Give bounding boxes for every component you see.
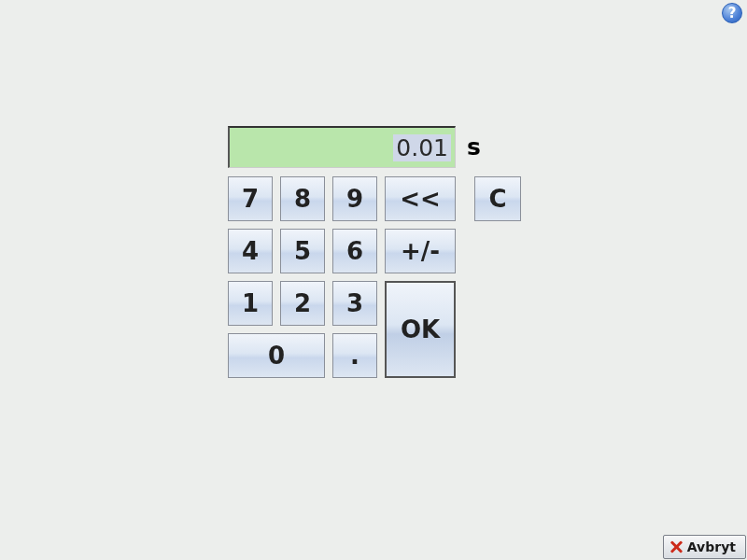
key-6[interactable]: 6	[332, 229, 377, 273]
display-field[interactable]: 0.01	[228, 126, 456, 168]
key-decimal[interactable]: .	[332, 333, 377, 378]
key-5[interactable]: 5	[280, 229, 325, 273]
key-0[interactable]: 0	[228, 333, 325, 378]
key-backspace[interactable]: <<	[385, 176, 456, 221]
close-icon	[669, 540, 683, 553]
key-1[interactable]: 1	[228, 281, 273, 326]
key-8[interactable]: 8	[280, 176, 325, 221]
key-sign[interactable]: +/-	[385, 229, 456, 273]
unit-label: s	[467, 133, 481, 161]
key-9[interactable]: 9	[332, 176, 377, 221]
key-clear[interactable]: C	[474, 176, 521, 221]
cancel-button[interactable]: Avbryt	[663, 535, 746, 559]
key-2[interactable]: 2	[280, 281, 325, 326]
cancel-label: Avbryt	[687, 539, 736, 554]
display-value: 0.01	[393, 134, 451, 161]
numeric-keypad: 0.01 s 7 8 9 << C 4 5 6 +/- 1 2 3 0 . OK	[228, 126, 521, 378]
key-3[interactable]: 3	[332, 281, 377, 326]
key-ok[interactable]: OK	[385, 281, 456, 378]
key-7[interactable]: 7	[228, 176, 273, 221]
display-row: 0.01 s	[228, 126, 521, 168]
help-icon[interactable]: ?	[722, 3, 742, 23]
key-4[interactable]: 4	[228, 229, 273, 273]
